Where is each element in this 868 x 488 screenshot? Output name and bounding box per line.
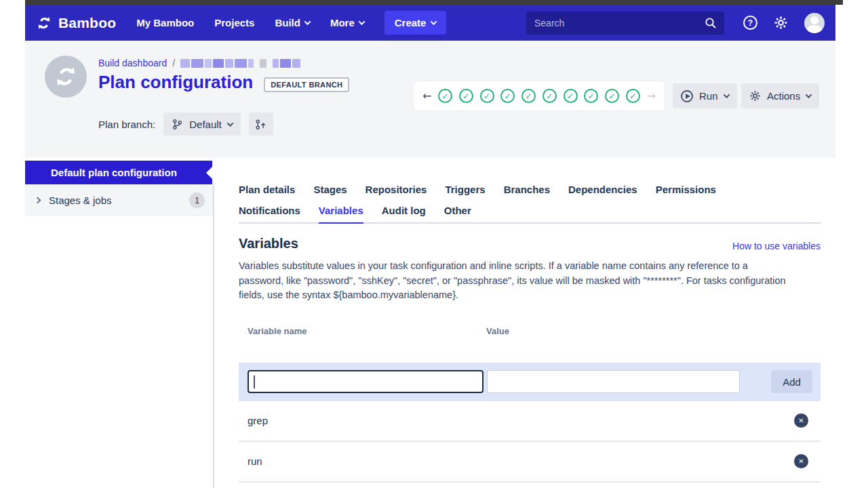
build-success-icon[interactable] [521,89,536,103]
tab-notifications[interactable]: Notifications [239,205,300,222]
chevron-down-icon [358,18,365,25]
variable-name: grep [239,415,268,426]
main-content: Plan details Stages Repositories Trigger… [239,181,821,483]
build-success-icon[interactable] [564,89,578,103]
table-header: Variable name Value [239,326,821,336]
tab-other[interactable]: Other [444,205,471,222]
table-row: grep [239,401,821,442]
branch-selector[interactable]: Default [163,113,241,136]
search-box [526,12,724,35]
variable-value-input[interactable] [487,370,740,393]
nav-item-build[interactable]: Build [275,17,310,28]
tab-branches[interactable]: Branches [504,184,550,195]
nav-item-projects[interactable]: Projects [214,17,254,28]
sidebar-item-stages-jobs[interactable]: Stages & jobs 1 [25,184,213,216]
chevron-down-icon [431,18,437,25]
variables-description: Variables substitute values in your task… [239,259,787,303]
breadcrumb: Build dashboard / [98,58,300,68]
build-success-icon[interactable] [626,89,640,103]
user-avatar [804,13,825,33]
build-success-icon[interactable] [480,89,494,103]
default-branch-badge: DEFAULT BRANCH [264,77,349,92]
chevron-down-icon [304,18,311,25]
sidebar-divider [213,184,214,488]
run-button[interactable]: Run [673,83,737,108]
nav-item-more[interactable]: More [330,17,364,28]
add-button[interactable]: Add [771,370,812,393]
variable-name-input[interactable] [248,370,484,393]
build-success-icon[interactable] [542,89,557,103]
tab-plan-details[interactable]: Plan details [239,184,295,195]
next-builds-arrow-icon: → [646,89,655,102]
tab-triggers[interactable]: Triggers [445,184,485,195]
build-status-strip: ← → [414,81,665,110]
add-variable-row: Add [239,363,821,401]
branch-icon [172,119,183,130]
tab-repositories[interactable]: Repositories [366,184,427,195]
chevron-right-icon [35,197,41,204]
sidebar-header: Default plan configuration [25,161,212,184]
table-row: run [239,442,821,483]
column-value: Value [486,326,509,336]
create-button[interactable]: Create [384,11,447,35]
top-navbar: Bamboo My Bamboo Projects Build More Cre… [25,5,835,41]
chevron-down-icon [806,92,812,98]
redacted-plan-name [180,59,300,68]
brand-name: Bamboo [58,15,116,31]
build-success-icon[interactable] [459,89,473,103]
build-success-icon[interactable] [500,89,515,103]
question-mark-icon: ? [743,16,757,30]
breadcrumb-separator: / [172,58,175,68]
sync-icon [53,64,79,89]
plan-branch-label: Plan branch: [98,119,155,130]
variable-name: run [239,455,262,467]
gear-icon [774,16,788,30]
plan-avatar [45,56,87,98]
tab-audit-log[interactable]: Audit log [382,205,426,222]
gear-icon [749,90,761,102]
chevron-down-icon [226,120,233,127]
build-success-icon[interactable] [584,89,598,103]
window-top-strip [25,0,843,5]
tab-permissions[interactable]: Permissions [656,184,716,195]
delete-variable-icon[interactable] [794,413,808,428]
user-menu-button[interactable] [804,13,825,33]
bamboo-logo-icon [36,15,52,31]
how-to-use-variables-link[interactable]: How to use variables [732,241,821,251]
count-badge: 1 [189,192,205,208]
config-tabs: Plan details Stages Repositories Trigger… [239,181,821,224]
search-input[interactable] [526,12,724,35]
tab-stages[interactable]: Stages [313,184,347,195]
section-title: Variables [239,236,298,251]
column-variable-name: Variable name [248,326,486,336]
branch-plus-icon [255,119,267,130]
play-icon [681,90,693,102]
breadcrumb-build-dashboard-link[interactable]: Build dashboard [98,58,167,68]
settings-button[interactable] [774,16,788,30]
previous-builds-arrow-icon[interactable]: ← [422,89,431,102]
build-success-icon[interactable] [605,89,619,103]
text-caret [254,375,255,388]
help-button[interactable]: ? [743,16,757,30]
nav-item-my-bamboo[interactable]: My Bamboo [136,17,194,28]
tab-dependencies[interactable]: Dependencies [568,184,637,195]
actions-button[interactable]: Actions [741,83,819,108]
search-icon[interactable] [704,16,717,30]
create-branch-button[interactable] [249,113,273,136]
chevron-down-icon [723,92,730,98]
tab-variables[interactable]: Variables [319,205,363,224]
delete-variable-icon[interactable] [794,454,808,468]
page-title: Plan configuration [98,72,253,93]
plan-header: Build dashboard / Plan configuration DEF… [25,41,835,158]
bamboo-logo[interactable]: Bamboo [36,15,116,31]
build-success-icon[interactable] [438,89,452,103]
